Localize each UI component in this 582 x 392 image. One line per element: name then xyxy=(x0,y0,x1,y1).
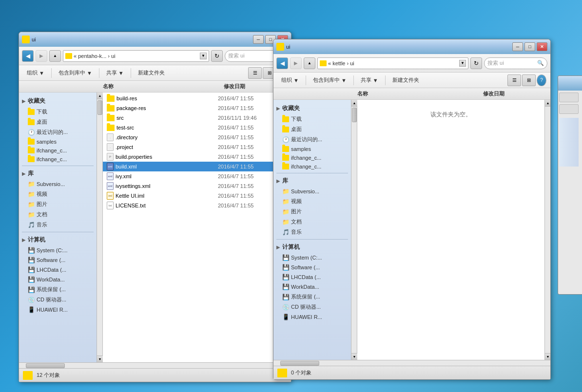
sidebar-item-workdata-right[interactable]: 💾 WorkData... xyxy=(273,282,351,292)
file-item-project[interactable]: . .project 2016/4/7 11:55 xyxy=(103,142,285,152)
up-button-left[interactable]: ▲ xyxy=(49,50,61,62)
sidebar-item-huawei-right[interactable]: 📱 HUAWEI R... xyxy=(273,312,351,322)
scroll-up-sidebar-left[interactable]: ▲ xyxy=(97,93,103,99)
sidebar-item-ifchange1-right[interactable]: ifchange_c... xyxy=(273,153,351,162)
sidebar-item-cd-right[interactable]: 💿 CD 驱动器... xyxy=(273,302,351,312)
address-dropdown-left[interactable]: ▼ xyxy=(200,53,207,59)
view-btn1-right[interactable]: ☰ xyxy=(507,75,521,86)
file-item-build-res[interactable]: build-res 2016/4/7 11:55 xyxy=(103,93,285,103)
forward-button-left[interactable]: ▶ xyxy=(36,50,47,62)
forward-button-right[interactable]: ▶ xyxy=(290,57,302,69)
sidebar-item-lhcdata-right[interactable]: 💾 LHCData (... xyxy=(273,272,351,282)
file-item-test-src[interactable]: test-src 2016/4/7 11:55 xyxy=(103,123,285,132)
sidebar-item-desktop-right[interactable]: 桌面 xyxy=(273,124,351,134)
scroll-up-sidebar-right[interactable]: ▲ xyxy=(351,100,357,107)
sidebar-item-pictures-left[interactable]: 📁 图片 xyxy=(19,199,97,209)
sidebar-scrollbar-left[interactable]: ▲ ▼ xyxy=(97,93,103,362)
close-button-right[interactable]: ✕ xyxy=(537,42,547,51)
sidebar-item-cd-left[interactable]: 💿 CD 驱动器... xyxy=(19,295,97,305)
sidebar-item-sysreserved-left[interactable]: 💾 系统保留 (... xyxy=(19,284,97,295)
sidebar-item-ifchange1-left[interactable]: ifchange_c... xyxy=(19,146,97,155)
view-btn2-right[interactable]: ⊞ xyxy=(522,75,536,86)
scroll-down-sidebar-left[interactable]: ▼ xyxy=(97,355,103,362)
scroll-up-files-right[interactable]: ▲ xyxy=(545,100,550,107)
file-item-build-properties[interactable]: P build.properties 2016/4/7 11:55 xyxy=(103,152,285,162)
filelist-scrollbar-right[interactable]: ▲ ▼ xyxy=(544,100,550,360)
sidebar-item-download-right[interactable]: 下载 xyxy=(273,114,351,124)
sidebar-favorites-header-left[interactable]: ▶ 收藏夹 xyxy=(19,95,97,107)
sidebar-item-ifchange2-right[interactable]: ifchange_c... xyxy=(273,162,351,171)
library-button-left[interactable]: 包含到库中 ▼ xyxy=(55,67,96,79)
search-bar-right[interactable]: 搜索 ui 🔍 xyxy=(484,57,547,69)
library-button-right[interactable]: 包含到库中 ▼ xyxy=(309,75,350,86)
scroll-down-sidebar-right[interactable]: ▼ xyxy=(351,353,357,360)
sidebar-item-docs-left[interactable]: 📁 文档 xyxy=(19,209,97,220)
sidebar-item-sysreserved-right[interactable]: 💾 系统保留 (... xyxy=(273,292,351,302)
file-item-package-res[interactable]: package-res 2016/4/7 11:55 xyxy=(103,103,285,113)
sidebar-favorites-header-right[interactable]: ▶ 收藏夹 xyxy=(273,103,351,114)
hscrollbar-left[interactable] xyxy=(19,362,291,368)
newfolder-button-left[interactable]: 新建文件夹 xyxy=(134,67,169,79)
file-item-ivy-xml[interactable]: xml ivy.xml 2016/4/7 11:55 xyxy=(103,171,285,181)
sidebar-item-pictures-right[interactable]: 📁 图片 xyxy=(273,206,351,217)
minimize-button-right[interactable]: ─ xyxy=(512,42,523,51)
hscroll-thumb-right[interactable] xyxy=(280,361,319,366)
hscrollbar-right[interactable] xyxy=(273,360,550,366)
help-btn-right[interactable]: ? xyxy=(537,75,546,86)
address-dropdown-right[interactable]: ▼ xyxy=(459,60,466,67)
sidebar-item-systemc-right[interactable]: 💾 System (C:... xyxy=(273,253,351,262)
file-item-directory[interactable]: . .directory 2016/4/7 11:55 xyxy=(103,132,285,142)
file-item-src[interactable]: src 2016/11/1 19:46 xyxy=(103,113,285,123)
sidebar-computer-header-left[interactable]: ▶ 计算机 xyxy=(19,234,97,245)
sidebar-item-desktop-left[interactable]: 桌面 xyxy=(19,117,97,127)
hscroll-thumb-left[interactable] xyxy=(26,363,65,368)
sidebar-scrollbar-right[interactable]: ▲ ▼ xyxy=(351,100,357,360)
sidebar-item-video-left[interactable]: 📁 视频 xyxy=(19,189,97,199)
sidebar-library-header-left[interactable]: ▶ 库 xyxy=(19,168,97,179)
sidebar-library-header-right[interactable]: ▶ 库 xyxy=(273,175,351,187)
sidebar-item-samples-right[interactable]: samples xyxy=(273,145,351,153)
sidebar-item-download-left[interactable]: 下载 xyxy=(19,107,97,117)
minimize-button-left[interactable]: ─ xyxy=(253,35,264,44)
sidebar-computer-header-right[interactable]: ▶ 计算机 xyxy=(273,242,351,253)
back-button-right[interactable]: ◀ xyxy=(276,57,288,69)
sidebar-item-lhcdata-left[interactable]: 💾 LHCData (... xyxy=(19,265,97,275)
sidebar-item-systemc-left[interactable]: 💾 System (C:... xyxy=(19,245,97,255)
sidebar-item-huawei-left[interactable]: 📱 HUAWEI R... xyxy=(19,305,97,315)
sidebar-item-subversion-right[interactable]: 📁 Subversio... xyxy=(273,187,351,196)
refresh-button-right[interactable]: ↻ xyxy=(470,57,482,69)
sidebar-item-music-left[interactable]: 🎵 音乐 xyxy=(19,220,97,230)
sidebar-item-software-right[interactable]: 💾 Software (... xyxy=(273,262,351,272)
refresh-button-left[interactable]: ↻ xyxy=(211,50,223,62)
maximize-button-right[interactable]: □ xyxy=(524,42,535,51)
sidebar-item-workdata-left[interactable]: 💾 WorkData... xyxy=(19,275,97,284)
scroll-down-files-right[interactable]: ▼ xyxy=(545,353,550,360)
sidebar-item-recent-left[interactable]: 🕐 最近访问的... xyxy=(19,127,97,137)
sidebar-item-video-right[interactable]: 📁 视频 xyxy=(273,196,351,206)
view-btn1-left[interactable]: ☰ xyxy=(248,67,262,79)
back-button-left[interactable]: ◀ xyxy=(22,50,34,62)
scroll-thumb-sidebar-left[interactable] xyxy=(97,100,102,115)
share-arrow-right: ▼ xyxy=(373,77,378,83)
sidebar-item-music-right[interactable]: 🎵 音乐 xyxy=(273,227,351,237)
organize-button-right[interactable]: 组织 ▼ xyxy=(277,75,303,86)
organize-button-left[interactable]: 组织 ▼ xyxy=(23,67,48,79)
share-button-left[interactable]: 共享 ▼ xyxy=(102,67,128,79)
file-item-license[interactable]: txt LICENSE.txt 2016/4/7 11:55 xyxy=(103,201,285,210)
sidebar-item-docs-right[interactable]: 📁 文档 xyxy=(273,217,351,227)
file-item-kettle-iml[interactable]: iml Kettle UI.iml 2016/4/7 11:55 xyxy=(103,191,285,201)
sidebar-item-samples-left[interactable]: samples xyxy=(19,137,97,146)
address-bar-left[interactable]: « pentaho-k... › ui ▼ xyxy=(63,50,209,62)
sidebar-item-subversion-left[interactable]: 📁 Subversio... xyxy=(19,179,97,189)
scroll-thumb-sidebar-right[interactable] xyxy=(352,108,357,122)
up-button-right[interactable]: ▲ xyxy=(304,57,315,69)
file-item-build-xml[interactable]: xml build.xml 2016/4/7 11:55 xyxy=(103,162,285,171)
sidebar-item-text-desktop-right: 桌面 xyxy=(291,126,302,133)
share-button-right[interactable]: 共享 ▼ xyxy=(357,75,382,86)
sidebar-item-recent-right[interactable]: 🕐 最近访问的... xyxy=(273,134,351,145)
file-item-ivysettings-xml[interactable]: xml ivysettings.xml 2016/4/7 11:55 xyxy=(103,181,285,191)
sidebar-item-ifchange2-left[interactable]: ifchange_c... xyxy=(19,155,97,164)
address-bar-right[interactable]: « kettle › ui ▼ xyxy=(317,57,468,69)
sidebar-item-software-left[interactable]: 💾 Software (... xyxy=(19,255,97,265)
newfolder-button-right[interactable]: 新建文件夹 xyxy=(388,75,423,86)
